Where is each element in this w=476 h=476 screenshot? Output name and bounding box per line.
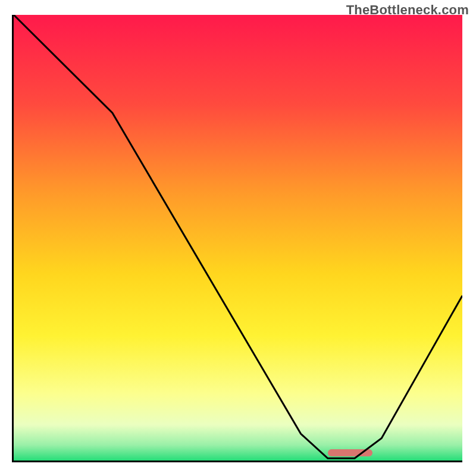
watermark-text: TheBottleneck.com xyxy=(346,2,469,18)
bottleneck-curve xyxy=(14,15,462,461)
chart-container: TheBottleneck.com xyxy=(0,0,476,476)
plot-area xyxy=(12,15,462,462)
curve-path xyxy=(14,15,462,458)
